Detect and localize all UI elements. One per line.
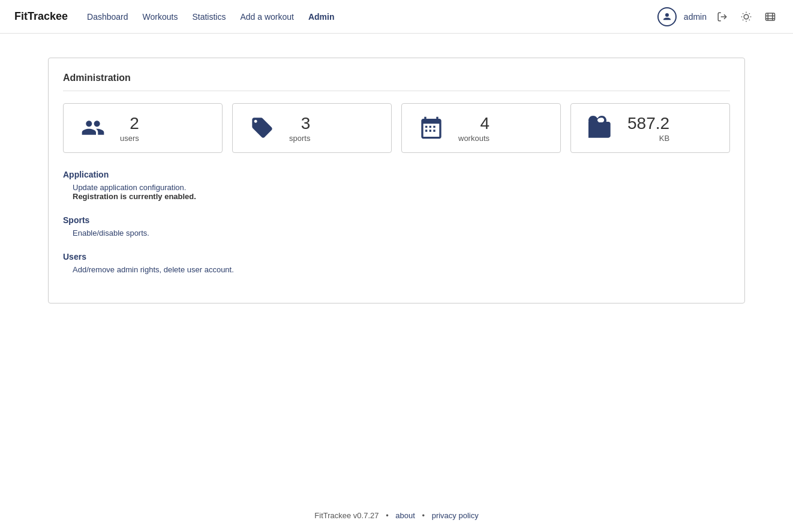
svg-line-10: [749, 13, 750, 14]
nav-links: Dashboard Workouts Statistics Add a work…: [87, 12, 657, 22]
navbar: FitTrackee Dashboard Workouts Statistics…: [0, 0, 793, 34]
registration-status: Registration is currently enabled.: [73, 192, 730, 201]
main-content: Administration 2 users: [0, 34, 793, 327]
stat-card-workouts: 4 workouts: [401, 103, 561, 153]
stat-card-storage: 587.2 KB: [570, 103, 730, 153]
section-application: Application Update application configura…: [63, 170, 730, 201]
sports-value: 3: [301, 113, 311, 134]
users-title: Users: [63, 252, 730, 262]
stat-info-users: 2 users: [120, 113, 139, 143]
nav-link-admin[interactable]: Admin: [308, 12, 335, 22]
stat-card-sports: 3 sports: [232, 103, 392, 153]
admin-title: Administration: [63, 73, 730, 91]
nav-link-dashboard[interactable]: Dashboard: [87, 12, 128, 22]
nav-right: admin: [657, 7, 779, 26]
brand-logo[interactable]: FitTrackee: [14, 10, 68, 23]
nav-link-add-workout[interactable]: Add a workout: [240, 12, 294, 22]
users-label: users: [120, 134, 139, 143]
workouts-icon: [416, 116, 446, 140]
svg-line-9: [743, 19, 743, 20]
section-sports: Sports Enable/disable sports.: [63, 215, 730, 238]
admin-card: Administration 2 users: [48, 58, 745, 303]
stat-info-storage: 587.2 KB: [627, 113, 669, 143]
stats-row: 2 users 3 sports: [63, 103, 730, 153]
logout-button[interactable]: [714, 8, 731, 25]
workouts-value: 4: [480, 113, 489, 134]
storage-icon: [585, 116, 615, 140]
manage-users-link[interactable]: Add/remove admin rights, delete user acc…: [73, 265, 730, 274]
username: admin: [684, 12, 707, 22]
theme-button[interactable]: [738, 8, 755, 25]
sports-label: sports: [289, 134, 310, 143]
application-title: Application: [63, 170, 730, 179]
svg-line-6: [749, 19, 750, 20]
users-icon: [78, 116, 108, 140]
svg-line-5: [743, 13, 743, 14]
nav-link-statistics[interactable]: Statistics: [192, 12, 226, 22]
storage-value: 587.2: [627, 113, 669, 134]
svg-point-2: [744, 14, 749, 19]
sports-title: Sports: [63, 215, 730, 225]
stat-card-users: 2 users: [63, 103, 223, 153]
language-button[interactable]: [762, 8, 779, 25]
section-users: Users Add/remove admin rights, delete us…: [63, 252, 730, 274]
svg-point-0: [665, 13, 669, 17]
avatar: [657, 7, 677, 26]
enable-disable-sports-link[interactable]: Enable/disable sports.: [73, 229, 730, 238]
users-value: 2: [130, 113, 139, 134]
stat-info-sports: 3 sports: [289, 113, 310, 143]
stat-info-workouts: 4 workouts: [458, 113, 489, 143]
update-config-link[interactable]: Update application configuration.: [73, 183, 730, 192]
workouts-label: workouts: [458, 134, 489, 143]
sports-icon: [247, 116, 277, 140]
nav-link-workouts[interactable]: Workouts: [143, 12, 178, 22]
storage-label: KB: [659, 134, 669, 143]
svg-rect-11: [766, 13, 775, 20]
